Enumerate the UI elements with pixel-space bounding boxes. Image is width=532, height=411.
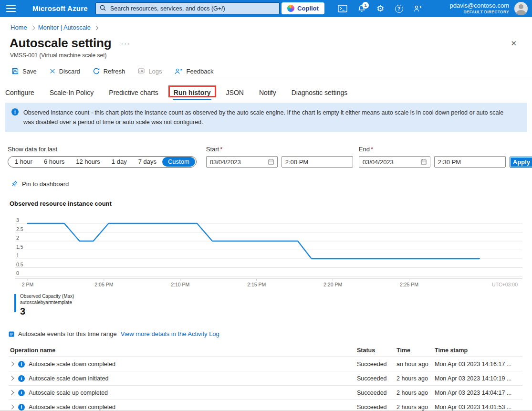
command-bar: Save Discard Refresh Logs Feedback (11, 67, 532, 80)
more-options-icon[interactable]: ··· (121, 39, 131, 47)
column-status: Status (357, 347, 396, 354)
help-button[interactable]: ? (390, 0, 407, 17)
range-7-days[interactable]: 7 days (133, 157, 162, 167)
expand-chevron-icon[interactable] (10, 362, 14, 367)
time-range-group: Show data for last 1 hour6 hours12 hours… (8, 146, 197, 168)
tab-notify[interactable]: Notify (259, 87, 277, 100)
range-1-hour[interactable]: 1 hour (9, 157, 38, 167)
svg-text:2:05 PM: 2:05 PM (94, 282, 113, 287)
logs-icon (137, 67, 145, 75)
status: Succeeded (357, 404, 396, 411)
time: 2 hours ago (396, 375, 435, 382)
azure-portal-window: Microsoft Azure Copilot 1 ⚙ ? pdavis@ (0, 0, 532, 411)
time-range-segmented: 1 hour6 hours12 hours1 day7 daysCustom (8, 156, 197, 168)
breadcrumb-home[interactable]: Home (10, 24, 27, 31)
tab-configure[interactable]: Configure (5, 87, 35, 100)
brand-title[interactable]: Microsoft Azure (32, 4, 88, 12)
end-time-field[interactable]: 2:30 PM (434, 156, 506, 168)
tab-scale-in-policy[interactable]: Scale-In Policy (49, 87, 94, 100)
help-icon: ? (395, 5, 403, 13)
avatar[interactable] (514, 2, 528, 15)
info-icon: i (11, 108, 19, 116)
table-row[interactable]: iAutoscale scale up completedSucceeded2 … (9, 386, 522, 400)
end-group: End* 03/04/2023 2:30 PM (359, 146, 506, 168)
required-asterisk: * (220, 146, 222, 153)
pin-to-dashboard-button[interactable]: Pin to dashboard (10, 180, 532, 188)
chart-legend[interactable]: Observed Capacity (Max) autoscalebyarmte… (14, 293, 532, 317)
legend-metric-name: Observed Capacity (Max) (20, 293, 74, 299)
refresh-button[interactable]: Refresh (93, 67, 125, 75)
cloud-shell-button[interactable] (334, 0, 351, 17)
timestamp: Mon Apr 03 2023 14:16:17 ... (435, 361, 522, 368)
svg-text:0: 0 (16, 270, 19, 276)
events-table-body: iAutoscale scale down completedSucceeded… (9, 357, 522, 411)
search-input[interactable] (109, 5, 275, 12)
info-icon: i (18, 375, 25, 382)
pin-icon (10, 180, 18, 188)
end-label: End* (359, 146, 506, 153)
global-search[interactable] (95, 2, 280, 14)
expand-chevron-icon[interactable] (10, 405, 14, 410)
user-email: pdavis@contoso.com (450, 2, 509, 10)
refresh-icon (93, 67, 100, 75)
logs-button[interactable]: Logs (137, 67, 162, 75)
breadcrumb-monitor-autoscale[interactable]: Monitor | Autoscale (38, 24, 91, 31)
settings-button[interactable]: ⚙ (372, 0, 389, 17)
account-info[interactable]: pdavis@contoso.com DEFAULT DIRECTORY (450, 2, 509, 15)
instance-count-chart[interactable]: 00.511.522.532 PM2:05 PM2:10 PM2:15 PM2:… (10, 217, 532, 291)
save-button[interactable]: Save (11, 67, 37, 75)
breadcrumb: Home Monitor | Autoscale (10, 24, 532, 31)
info-icon: i (18, 404, 25, 411)
timestamp: Mon Apr 03 2023 14:04:17 ... (435, 390, 522, 396)
calendar-icon (268, 159, 274, 165)
range-12-hours[interactable]: 12 hours (70, 157, 106, 167)
start-date-field[interactable]: 03/04/2023 (206, 156, 278, 168)
expand-chevron-icon[interactable] (10, 390, 14, 395)
copilot-button[interactable]: Copilot (282, 2, 324, 14)
feedback-person-icon (413, 5, 422, 12)
tab-diagnostic-settings[interactable]: Diagnostic settings (291, 87, 348, 100)
tab-predictive-charts[interactable]: Predictive charts (108, 87, 158, 100)
activity-log-link[interactable]: View more details in the Activity Log (121, 330, 219, 337)
line-chart-canvas: 00.511.522.532 PM2:05 PM2:10 PM2:15 PM2:… (10, 217, 522, 289)
table-row[interactable]: iAutoscale scale down completedSucceeded… (9, 400, 522, 411)
chart-title: Observed resource instance count (10, 200, 532, 207)
operation-name: Autoscale scale down initiated (29, 375, 108, 382)
table-row[interactable]: iAutoscale scale down completedSucceeded… (9, 357, 522, 371)
status: Succeeded (357, 375, 396, 382)
page-title: Autoscale setting (10, 36, 111, 51)
range-6-hours[interactable]: 6 hours (38, 157, 70, 167)
search-icon (100, 4, 106, 13)
hamburger-menu-icon[interactable] (6, 5, 16, 12)
range-1-day[interactable]: 1 day (106, 157, 133, 167)
svg-text:1: 1 (16, 253, 19, 258)
range-custom[interactable]: Custom (162, 157, 195, 167)
tab-run-history[interactable]: Run history (173, 87, 211, 100)
expand-chevron-icon[interactable] (10, 376, 14, 381)
time: 2 hours ago (396, 404, 435, 411)
feedback-button-top[interactable] (409, 0, 426, 17)
info-banner: i Observed instance count - this chart p… (5, 103, 527, 132)
discard-button[interactable]: Discard (49, 68, 80, 75)
apply-button[interactable]: Apply (510, 157, 532, 168)
start-time-field[interactable]: 2:00 PM (282, 156, 353, 168)
table-row[interactable]: iAutoscale scale down initiatedSucceeded… (9, 371, 522, 386)
notifications-button[interactable]: 1 (353, 0, 370, 17)
save-icon (11, 67, 19, 75)
svg-text:2:25 PM: 2:25 PM (400, 282, 418, 287)
timestamp: Mon Apr 03 2023 14:01:53 ... (435, 404, 522, 411)
close-icon[interactable]: ✕ (511, 39, 517, 48)
resource-subtitle: VMSS-001 (Virtual machine scale set) (10, 52, 532, 59)
chevron-right-icon (94, 25, 99, 30)
feedback-button[interactable]: Feedback (174, 68, 213, 75)
show-data-label: Show data for last (8, 146, 197, 153)
column-time: Time (396, 347, 435, 354)
column-operation-name: Operation name (9, 347, 357, 354)
activity-log-icon (9, 331, 14, 337)
end-date-field[interactable]: 03/04/2023 (359, 156, 430, 168)
svg-text:1.5: 1.5 (16, 244, 23, 250)
time: an hour ago (396, 361, 435, 368)
chevron-right-icon (30, 25, 35, 30)
notification-badge: 1 (362, 2, 369, 9)
tab-json[interactable]: JSON (226, 87, 244, 100)
